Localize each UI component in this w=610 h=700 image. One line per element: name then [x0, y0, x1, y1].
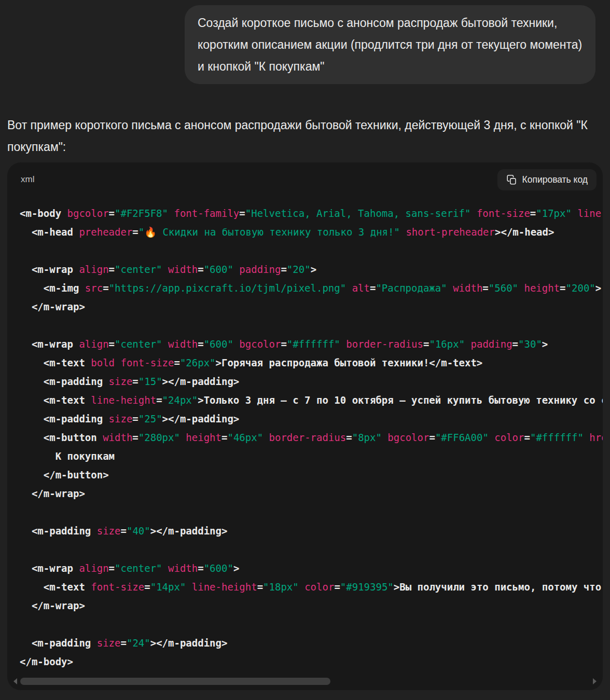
code-line: <m-wrap align="center" width="600">: [20, 559, 603, 578]
code-line: </m-wrap>: [20, 297, 603, 316]
code-header: xml Копировать код: [7, 162, 603, 191]
code-line: <m-text line-height="24px">Только 3 дня …: [20, 391, 603, 409]
assistant-message: Вот пример короткого письма с анонсом ра…: [7, 114, 603, 158]
scrollbar-thumb[interactable]: [20, 678, 330, 685]
scroll-left-arrow[interactable]: [13, 678, 17, 684]
chat-container: Создай короткое письмо с анонсом распрод…: [0, 0, 610, 690]
horizontal-scrollbar: [7, 677, 603, 685]
scrollbar-track[interactable]: [20, 678, 590, 685]
code-line: [20, 503, 603, 521]
code-line: <m-body bgcolor="#F2F5F8" font-family="H…: [20, 204, 603, 223]
code-line: <m-padding size="15"></m-padding>: [20, 372, 603, 391]
code-line: <m-button width="280px" height="46px" bo…: [20, 428, 603, 447]
code-line: <m-padding size="24"></m-padding>: [20, 634, 603, 652]
code-line: [20, 316, 603, 335]
code-line: [20, 241, 603, 260]
code-line: [20, 540, 603, 559]
code-line: [20, 615, 603, 634]
code-language-label: xml: [21, 174, 34, 185]
code-line: <m-head preheader="🔥 Скидки на бытовую т…: [20, 223, 603, 241]
user-message-bubble: Создай короткое письмо с анонсом распрод…: [185, 5, 595, 84]
code-line: <m-padding size="25"></m-padding>: [20, 409, 603, 428]
code-line: </m-body>: [20, 652, 603, 671]
code-content: <m-body bgcolor="#F2F5F8" font-family="H…: [7, 191, 603, 671]
scroll-right-arrow[interactable]: [593, 678, 597, 684]
code-line: <m-text font-size="14px" line-height="18…: [20, 578, 603, 596]
copy-code-label: Копировать код: [522, 174, 588, 185]
code-line: <m-wrap align="center" width="600" bgcol…: [20, 335, 603, 353]
code-line: К покупкам: [20, 447, 603, 465]
code-line: </m-wrap>: [20, 484, 603, 503]
code-line: </m-button>: [20, 465, 603, 484]
code-line: </m-wrap>: [20, 596, 603, 615]
code-line: <m-wrap align="center" width="600" paddi…: [20, 260, 603, 279]
user-message-row: Создай короткое письмо с анонсом распрод…: [7, 5, 595, 84]
copy-icon: [506, 174, 517, 185]
code-line: <m-text bold font-size="26px">Горячая ра…: [20, 353, 603, 372]
code-line: <m-padding size="40"></m-padding>: [20, 521, 603, 540]
code-line: <m-img src="https://app.pixcraft.io/tjml…: [20, 279, 603, 297]
copy-code-button[interactable]: Копировать код: [497, 169, 597, 190]
code-block: xml Копировать код <m-body bgcolor="#F2F…: [7, 162, 603, 690]
user-message-text: Создай короткое письмо с анонсом распрод…: [198, 16, 582, 73]
